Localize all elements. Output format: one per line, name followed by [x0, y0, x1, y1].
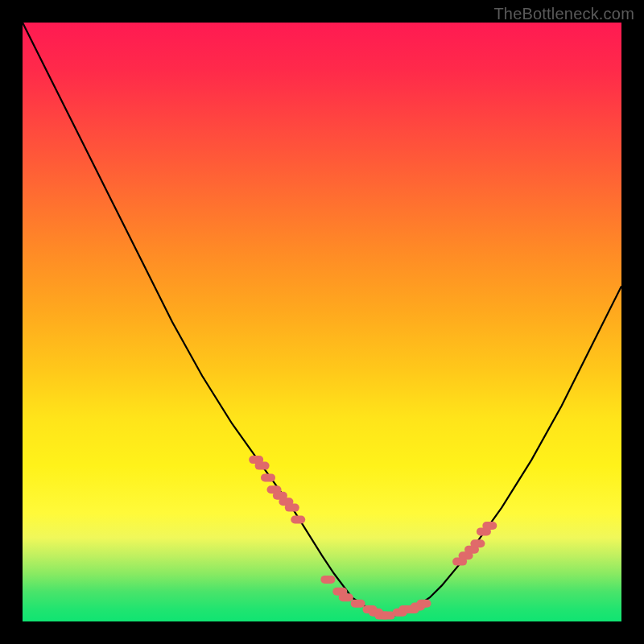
marker-dot	[482, 522, 497, 530]
marker-dot	[339, 593, 353, 601]
marker-dot	[320, 576, 335, 584]
marker-dot	[291, 516, 305, 524]
watermark-text: TheBottleneck.com	[493, 5, 634, 23]
data-markers	[249, 456, 497, 620]
marker-dot	[417, 600, 431, 608]
bottleneck-curve	[23, 23, 621, 616]
chart-svg	[23, 23, 621, 621]
marker-dot	[255, 462, 270, 470]
marker-dot	[351, 600, 365, 608]
marker-dot	[285, 504, 299, 512]
chart-gradient-area	[23, 23, 621, 621]
chart-frame: TheBottleneck.com	[0, 0, 644, 644]
marker-dot	[261, 473, 275, 481]
marker-dot	[470, 539, 485, 547]
